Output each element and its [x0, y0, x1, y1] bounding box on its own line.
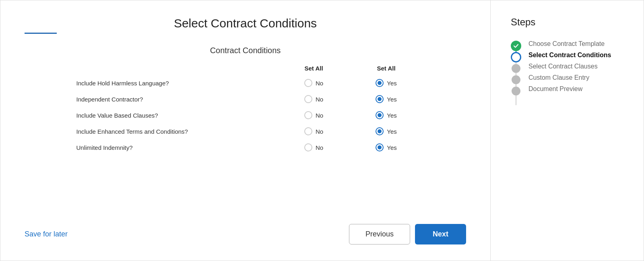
- step-text-select-clauses: Select Contract Clauses: [528, 62, 598, 71]
- next-button[interactable]: Next: [415, 224, 466, 244]
- step-item-select-conditions: Select Contract Conditions: [511, 51, 627, 62]
- step-label: Select Contract Clauses: [528, 63, 598, 70]
- step-icon-done: [511, 41, 521, 51]
- table-row: Include Enhanced Terms and Conditions? N…: [68, 123, 423, 139]
- condition-label: Unlimited Indemnity?: [68, 144, 278, 151]
- title-underline: [25, 33, 57, 34]
- radio-no-value-based[interactable]: [304, 111, 312, 119]
- table-row: Independent Contractor? No Yes: [68, 91, 423, 107]
- no-label: No: [316, 80, 323, 87]
- condition-label: Include Value Based Clauses?: [68, 112, 278, 119]
- no-label: No: [316, 128, 323, 135]
- radio-no-cell: No: [278, 127, 350, 135]
- radio-yes-cell: Yes: [350, 111, 423, 119]
- nav-buttons: Previous Next: [349, 224, 466, 244]
- previous-button[interactable]: Previous: [349, 224, 410, 244]
- step-label: Custom Clause Entry: [528, 74, 589, 81]
- conditions-table: Set All Set All Include Hold Harmless La…: [68, 65, 423, 155]
- step-icon-active: [511, 52, 521, 62]
- yes-label: Yes: [387, 144, 396, 151]
- set-all-no-header: Set All: [278, 65, 350, 72]
- radio-yes-enhanced-terms[interactable]: [376, 127, 384, 135]
- steps-sidebar: Steps Choose Contract Template: [491, 0, 644, 261]
- inactive-step-icon: [512, 75, 520, 84]
- yes-label: Yes: [387, 112, 396, 119]
- step-label: Document Preview: [528, 85, 582, 92]
- radio-no-hold-harmless[interactable]: [304, 79, 312, 87]
- table-row: Unlimited Indemnity? No Yes: [68, 139, 423, 155]
- step-icon-inactive-4: [511, 75, 521, 85]
- radio-yes-cell: Yes: [350, 127, 423, 135]
- active-step-icon: [511, 52, 521, 62]
- step-label-active: Select Contract Conditions: [528, 52, 611, 58]
- step-text-select-conditions: Select Contract Conditions: [528, 51, 611, 60]
- yes-label: Yes: [387, 96, 396, 103]
- step-item-doc-preview: Document Preview: [511, 85, 627, 96]
- condition-label: Include Hold Harmless Language?: [68, 80, 278, 87]
- radio-no-unlimited-indemnity[interactable]: [304, 143, 312, 151]
- radio-yes-value-based[interactable]: [376, 111, 384, 119]
- section-title: Contract Conditions: [25, 46, 466, 55]
- radio-no-cell: No: [278, 95, 350, 103]
- bottom-bar: Save for later Previous Next: [25, 216, 466, 244]
- step-item-custom-clause: Custom Clause Entry: [511, 74, 627, 85]
- steps-title: Steps: [511, 17, 627, 28]
- radio-no-independent[interactable]: [304, 95, 312, 103]
- no-label: No: [316, 112, 323, 119]
- inactive-step-icon: [512, 87, 520, 95]
- page-title: Select Contract Conditions: [25, 17, 466, 30]
- step-text-choose-template: Choose Contract Template: [528, 40, 605, 48]
- step-text-custom-clause: Custom Clause Entry: [528, 74, 589, 82]
- step-item-select-clauses: Select Contract Clauses: [511, 62, 627, 74]
- table-row: Include Value Based Clauses? No Yes: [68, 107, 423, 123]
- main-content: Select Contract Conditions Contract Cond…: [0, 0, 491, 261]
- no-label: No: [316, 96, 323, 103]
- yes-label: Yes: [387, 80, 396, 87]
- radio-yes-hold-harmless[interactable]: [376, 79, 384, 87]
- table-row: Include Hold Harmless Language? No Yes: [68, 75, 423, 91]
- save-later-button[interactable]: Save for later: [25, 230, 68, 238]
- conditions-header: Set All Set All: [68, 65, 423, 72]
- checkmark-icon: [511, 41, 521, 51]
- step-icon-inactive-3: [511, 63, 521, 74]
- radio-no-cell: No: [278, 79, 350, 87]
- step-icon-inactive-5: [511, 86, 521, 96]
- radio-no-enhanced-terms[interactable]: [304, 127, 312, 135]
- radio-no-cell: No: [278, 143, 350, 151]
- step-item-choose-template: Choose Contract Template: [511, 40, 627, 51]
- steps-list: Choose Contract Template Select Contract…: [511, 40, 627, 96]
- radio-yes-unlimited-indemnity[interactable]: [376, 143, 384, 151]
- no-label: No: [316, 144, 323, 151]
- radio-yes-independent[interactable]: [376, 95, 384, 103]
- yes-label: Yes: [387, 128, 396, 135]
- step-label: Choose Contract Template: [528, 40, 605, 47]
- set-all-yes-header: Set All: [350, 65, 423, 72]
- radio-yes-cell: Yes: [350, 95, 423, 103]
- inactive-step-icon: [512, 64, 520, 73]
- condition-label: Include Enhanced Terms and Conditions?: [68, 128, 278, 135]
- step-text-doc-preview: Document Preview: [528, 85, 582, 93]
- radio-yes-cell: Yes: [350, 143, 423, 151]
- radio-no-cell: No: [278, 111, 350, 119]
- radio-yes-cell: Yes: [350, 79, 423, 87]
- condition-label: Independent Contractor?: [68, 96, 278, 103]
